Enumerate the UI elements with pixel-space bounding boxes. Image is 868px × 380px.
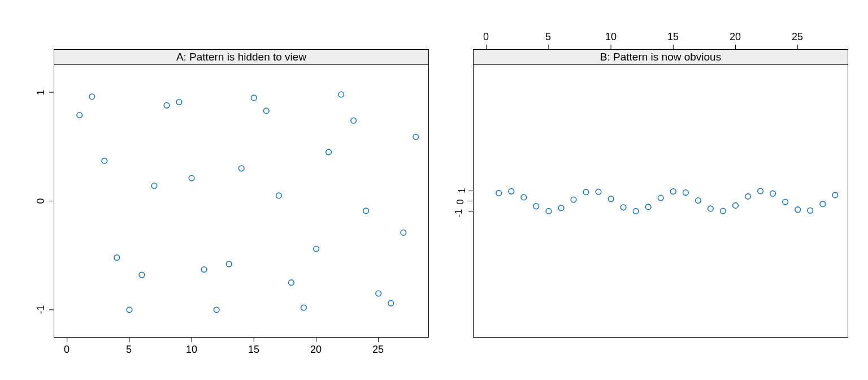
- panel-b-xtick-5: 5: [545, 31, 551, 43]
- svg-point-66: [745, 194, 751, 200]
- svg-point-68: [770, 191, 776, 196]
- svg-point-53: [583, 189, 589, 195]
- svg-point-72: [820, 201, 826, 207]
- svg-point-54: [596, 189, 601, 195]
- svg-point-63: [708, 206, 714, 211]
- panel-b-xtick-0: 0: [483, 31, 489, 43]
- panel-b-ytick-1: 1: [457, 184, 468, 197]
- svg-point-62: [696, 198, 701, 204]
- svg-point-51: [558, 205, 564, 211]
- svg-point-58: [645, 204, 651, 210]
- panel-b-xtick-20: 20: [730, 31, 741, 43]
- panel-b-points: [496, 188, 838, 214]
- svg-point-67: [758, 188, 763, 194]
- svg-point-47: [509, 189, 514, 195]
- svg-point-49: [533, 204, 539, 209]
- svg-point-55: [608, 196, 614, 202]
- svg-point-69: [783, 199, 788, 205]
- panel-b-xticks: [487, 45, 798, 49]
- svg-point-52: [571, 197, 576, 202]
- svg-point-64: [721, 208, 726, 214]
- panel-b-xtick-10: 10: [605, 31, 617, 43]
- svg-point-65: [733, 203, 739, 209]
- svg-point-60: [671, 189, 676, 195]
- svg-point-57: [633, 209, 639, 214]
- svg-point-56: [620, 205, 626, 210]
- svg-point-70: [795, 207, 801, 213]
- svg-point-61: [683, 190, 689, 196]
- panel-b-svg: [0, 0, 868, 380]
- panel-b-xtick-15: 15: [667, 31, 679, 43]
- svg-point-73: [832, 192, 838, 198]
- svg-point-71: [808, 208, 813, 214]
- figure: A: Pattern is hidden to view: [0, 0, 868, 380]
- panel-b-yticks: [468, 191, 473, 211]
- svg-point-50: [546, 209, 552, 214]
- panel-b-xtick-25: 25: [792, 31, 803, 43]
- svg-point-48: [521, 195, 527, 200]
- svg-point-46: [496, 191, 502, 196]
- svg-point-59: [658, 195, 663, 201]
